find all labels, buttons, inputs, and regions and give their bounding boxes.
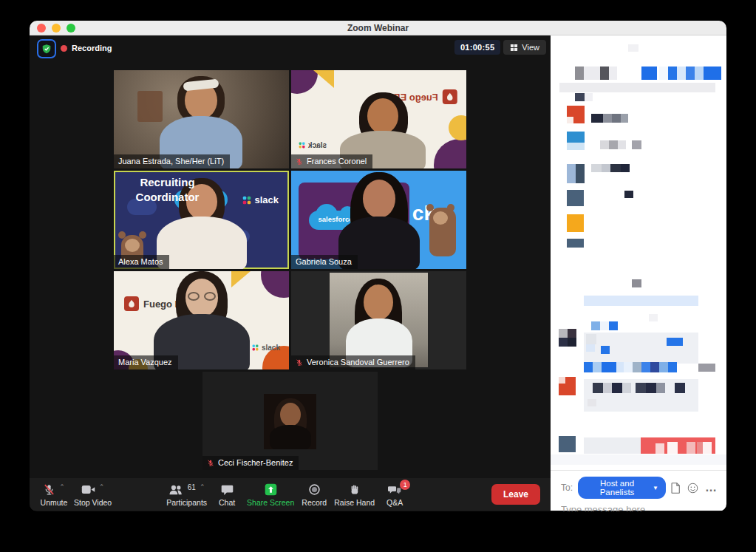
recipient-value: Host and Panelists [585, 479, 649, 497]
redacted-block [649, 314, 658, 321]
redacted-block [697, 442, 703, 454]
redacted-block [567, 132, 585, 143]
redacted-block [593, 362, 602, 372]
record-label: Record [302, 498, 327, 507]
chevron-down-icon: ▼ [653, 485, 658, 491]
security-shield-button[interactable] [37, 39, 56, 58]
stop-video-button[interactable]: ⌃ Stop Video [71, 483, 115, 507]
video-tile-veronica[interactable]: Veronica Sandoval Guerrero [291, 271, 466, 369]
redacted-block [655, 443, 664, 454]
chat-label: Chat [219, 498, 235, 507]
redacted-block [677, 67, 686, 80]
recording-dot-icon [61, 45, 67, 52]
redacted-block [591, 321, 600, 330]
video-tile-ceci[interactable]: Ceci Fischer-Benitez [202, 372, 378, 470]
background-picture-frame [137, 91, 163, 122]
redacted-block [591, 164, 602, 172]
video-tile-gabriela[interactable]: salesforce ck Gabriela Souza [291, 171, 466, 269]
redacted-block [633, 362, 641, 372]
participants-button[interactable]: 61 ⌃ Participants [163, 483, 210, 507]
redacted-block [668, 362, 677, 372]
participant-name-label: Alexa Matos [114, 255, 169, 269]
redacted-block [609, 67, 617, 80]
participant-silhouette [363, 180, 395, 218]
file-attach-icon[interactable] [671, 483, 681, 494]
participant-name: Maria Vazquez [118, 358, 172, 367]
participants-label: Participants [166, 498, 207, 507]
participant-name-label: Ceci Fischer-Benitez [202, 456, 299, 470]
more-options-icon[interactable]: … [705, 481, 718, 494]
camera-icon [81, 484, 95, 495]
redacted-block [698, 364, 715, 372]
redacted-block [567, 117, 573, 123]
slack-icon [242, 196, 251, 205]
redacted-block [586, 344, 595, 352]
qa-button[interactable]: 1 Q&A [378, 483, 412, 507]
redacted-block [656, 383, 665, 393]
slack-logo: slack [252, 344, 280, 352]
muted-mic-icon [296, 358, 303, 367]
redacted-block [568, 338, 576, 347]
redacted-block [616, 362, 624, 372]
redacted-block [704, 67, 721, 80]
chat-redacted-messages [551, 35, 726, 470]
participant-name: Ceci Fischer-Benitez [218, 458, 293, 467]
redacted-block [584, 362, 593, 372]
redacted-block [695, 67, 704, 80]
redacted-block [628, 44, 638, 52]
record-button[interactable]: Record [297, 483, 331, 507]
redacted-block [624, 362, 633, 372]
decor-purple-circle [291, 70, 318, 94]
raise-hand-icon [349, 483, 361, 496]
video-tile-maria[interactable]: Fuego ER slack Maria [114, 271, 289, 369]
redacted-block [586, 334, 596, 344]
redacted-block [621, 114, 628, 123]
window-title: Zoom Webinar [30, 23, 726, 33]
redacted-block [585, 93, 593, 101]
chat-compose-area: To: Host and Panelists ▼ [551, 470, 726, 511]
chat-button[interactable]: Chat [210, 483, 244, 507]
unmute-options-chevron[interactable]: ⌃ [59, 483, 65, 491]
meeting-toolbar: ⌃ Unmute ⌃ Stop Video [30, 478, 551, 511]
redacted-block [612, 114, 621, 123]
leave-button[interactable]: Leave [491, 484, 540, 505]
participant-photo [264, 394, 316, 449]
participant-photo [330, 273, 428, 367]
participants-options-chevron[interactable]: ⌃ [200, 483, 205, 491]
redacted-block [659, 362, 668, 372]
redacted-block [703, 442, 712, 454]
video-options-chevron[interactable]: ⌃ [99, 483, 105, 491]
share-screen-button[interactable]: Share Screen [244, 483, 297, 507]
redacted-block [668, 67, 677, 80]
redacted-block [603, 383, 612, 393]
video-tile-juana[interactable]: Juana Estrada, She/Her (LiT) [114, 70, 289, 168]
video-tile-alexa-active-speaker[interactable]: Recruiting Coordinator salesforce slack [114, 171, 289, 269]
unmute-button[interactable]: ⌃ Unmute [37, 483, 71, 507]
record-icon [308, 483, 321, 496]
emoji-icon[interactable] [687, 483, 698, 494]
redacted-block [559, 377, 565, 384]
muted-mic-icon [43, 483, 55, 496]
redacted-block [567, 214, 584, 232]
redacted-block [659, 67, 668, 80]
redacted-block [576, 164, 585, 183]
to-label: To: [561, 483, 573, 493]
titlebar: Zoom Webinar [30, 21, 726, 35]
recipient-selector[interactable]: Host and Panelists ▼ [578, 477, 666, 499]
slack-text: slack [254, 194, 279, 205]
recording-label: Recording [72, 44, 112, 52]
redacted-block [591, 114, 603, 123]
view-button[interactable]: View [503, 40, 546, 55]
raise-hand-button[interactable]: Raise Hand [331, 483, 378, 507]
decor-yellow-circle [449, 115, 466, 140]
redacted-block [609, 140, 618, 149]
redacted-block [618, 140, 626, 149]
video-tile-frances[interactable]: Fuego ERG slack [291, 70, 466, 168]
redacted-block [636, 383, 646, 393]
chat-message-input[interactable] [561, 504, 718, 511]
redacted-block [687, 442, 695, 454]
redacted-block [559, 83, 715, 92]
video-area: Recording 01:00:55 View [30, 35, 551, 478]
redacted-block [602, 362, 616, 372]
participant-name: Gabriela Souza [296, 257, 352, 266]
